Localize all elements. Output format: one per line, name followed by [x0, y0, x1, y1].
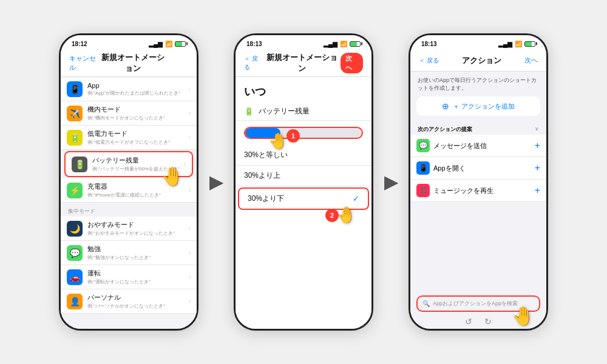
- app-text: App 例:"App"が開かれたまたは閉じられたとき": [87, 82, 189, 96]
- phone3-wifi: 📶: [515, 41, 522, 47]
- suggestion-messages-plus[interactable]: +: [535, 140, 540, 151]
- phone2-slider-track[interactable]: [244, 127, 363, 139]
- add-action-btn[interactable]: ⊕ ＋ アクションを追加: [416, 96, 540, 116]
- app-chevron: ›: [189, 86, 191, 93]
- phone3-bottom-bar: ↺ ↻: [410, 314, 546, 329]
- list-item-personal[interactable]: 👤 パーソナル 例:"パーソナルがオンになったとき" ›: [61, 289, 197, 314]
- suggestion-music[interactable]: 🎵 ミュージックを再生 +: [410, 180, 546, 202]
- sleep-icon: 🌙: [67, 221, 83, 237]
- suggestion-app-label: Appを開く: [433, 164, 466, 173]
- drive-icon: 🚗: [67, 269, 83, 285]
- study-subtitle: 例:"勉強がオンになったとき": [87, 254, 189, 261]
- suggestion-app[interactable]: 📱 Appを開く +: [410, 157, 546, 180]
- study-icon: 💬: [67, 245, 83, 261]
- phone1-battery-icon: [175, 41, 186, 47]
- main-container: 18:12 ▂▄▆ 📶 キャンセル 新規オートメーション 📱 App 例:"Ap…: [0, 0, 607, 364]
- suggestion-app-left: 📱 Appを開く: [416, 161, 466, 175]
- battery-icon: 🔋: [72, 157, 87, 172]
- hand-cursor-option: 🤚: [336, 206, 356, 224]
- phone2-status-bar: 18:13 ▂▄▆ 📶: [236, 35, 371, 50]
- list-item-battery[interactable]: 🔋 バッテリー残量 例:"バッテリー残量が50%を超えたとき" › 🤚: [64, 151, 193, 177]
- personal-icon: 👤: [67, 294, 83, 309]
- personal-text: パーソナル 例:"パーソナルがオンになったとき": [87, 293, 189, 309]
- refresh-icon: ↺: [465, 317, 472, 326]
- suggestion-messages[interactable]: 💬 メッセージを送信 +: [410, 135, 546, 157]
- list-item-app[interactable]: 📱 App 例:"App"が開かれたまたは閉じられたとき" ›: [61, 78, 197, 101]
- app-icon: 📱: [67, 81, 83, 97]
- phone3-status-icons: ▂▄▆ 📶: [498, 41, 535, 47]
- search-bar-container: 🔍 AppおよびアクションをAppを検索 🤚: [410, 292, 546, 314]
- phone1-signal: ▂▄▆: [149, 41, 163, 47]
- option-below-check: ✓: [353, 194, 359, 203]
- list-item-charger[interactable]: ⚡ 充電器 例:"iPhoneが電源に接続したとき" ›: [61, 178, 197, 203]
- add-action-label: ＋ アクションを追加: [453, 102, 515, 111]
- phone1-nav-title: 新規オートメーション: [98, 52, 167, 74]
- phone2-back-btn[interactable]: ＜ 戻る: [244, 55, 263, 72]
- list-item-lowpower[interactable]: 🔋 低電力モード 例:"低電力モードがオフになったとき" ›: [61, 126, 197, 150]
- charger-subtitle: 例:"iPhoneが電源に接続したとき": [87, 192, 189, 198]
- phone1-wifi: 📶: [165, 41, 172, 47]
- battery-chevron: ›: [184, 161, 186, 167]
- phone2-battery-row: 🔋 バッテリー残量: [236, 103, 371, 121]
- option-below-label: 30%より下: [248, 194, 284, 204]
- phone3-signal: ▂▄▆: [498, 41, 512, 47]
- phone2-next-btn[interactable]: 次へ: [341, 53, 363, 73]
- lowpower-subtitle: 例:"低電力モードがオフになったとき": [87, 139, 189, 146]
- phone1-nav: キャンセル 新規オートメーション: [61, 50, 197, 77]
- option-equal[interactable]: 30%と等しい: [236, 145, 371, 166]
- phone2-content: いつ 🔋 バッテリー残量 ← 🤚 1 30%と等しい: [236, 77, 371, 329]
- phone1-cancel-btn[interactable]: キャンセル: [69, 54, 98, 72]
- search-icon: 🔍: [422, 300, 430, 307]
- personal-chevron: ›: [189, 298, 191, 305]
- charger-text: 充電器 例:"iPhoneが電源に接続したとき": [87, 182, 189, 198]
- suggestion-app-plus[interactable]: +: [535, 163, 540, 174]
- lowpower-icon: 🔋: [67, 130, 83, 146]
- phone3-status-bar: 18:13 ▂▄▆ 📶: [410, 35, 546, 50]
- option-below[interactable]: 30%より下 ✓ 🤚 2: [238, 187, 369, 210]
- list-item-study[interactable]: 💬 勉強 例:"勉強がオンになったとき" ›: [61, 241, 197, 265]
- step-circle-1: 1: [287, 129, 300, 143]
- phone2-slider-container[interactable]: ← 🤚 1: [244, 127, 363, 139]
- charger-title: 充電器: [87, 182, 189, 191]
- phone3-nav-title: アクション: [462, 55, 501, 66]
- phone2-wifi: 📶: [340, 41, 347, 47]
- phone3: 18:13 ▂▄▆ 📶 ＜ 戻る アクション 次へ お使いのAppで毎日行うアク…: [409, 33, 548, 331]
- airmode-title: 機内モード: [87, 105, 189, 114]
- sleep-text: おやすみモード 例:"おやすみモードがオンになったとき": [87, 220, 189, 237]
- phone2-signal: ▂▄▆: [324, 41, 337, 47]
- suggestion-music-label: ミュージックを再生: [433, 186, 493, 195]
- phone2-status-icons: ▂▄▆ 📶: [324, 41, 361, 47]
- suggestion-messages-left: 💬 メッセージを送信: [416, 139, 487, 152]
- app-title: App: [87, 82, 189, 89]
- search-placeholder: AppおよびアクションをAppを検索: [433, 300, 518, 308]
- battery-title: バッテリー残量: [92, 156, 184, 165]
- phone1-content: 📱 App 例:"App"が開かれたまたは閉じられたとき" › ✈️ 機内モード…: [61, 77, 197, 329]
- lowpower-title: 低電力モード: [87, 129, 189, 138]
- app-subtitle: 例:"App"が開かれたまたは閉じられたとき": [87, 90, 189, 96]
- lowpower-text: 低電力モード 例:"低電力モードがオフになったとき": [87, 129, 189, 146]
- phone3-battery-icon: [524, 41, 535, 47]
- study-text: 勉強 例:"勉強がオンになったとき": [87, 244, 189, 261]
- phone3-back-btn[interactable]: ＜ 戻る: [419, 56, 439, 65]
- slider-arrow-left: ←: [242, 127, 251, 138]
- suggestion-music-plus[interactable]: +: [535, 185, 540, 196]
- airmode-text: 機内モード 例:"機内モードがオンになったとき": [87, 105, 189, 121]
- personal-title: パーソナル: [87, 293, 189, 302]
- search-bar[interactable]: 🔍 AppおよびアクションをAppを検索: [416, 295, 540, 312]
- suggestion-music-left: 🎵 ミュージックを再生: [416, 184, 493, 197]
- add-action-plus-icon: ⊕: [442, 101, 449, 111]
- list-item-drive[interactable]: 🚗 運転 例:"運転がオンになったとき" ›: [61, 265, 197, 289]
- battery-subtitle: 例:"バッテリー残量が50%を超えたとき": [92, 166, 184, 172]
- battery-text: バッテリー残量 例:"バッテリー残量が50%を超えたとき": [92, 156, 184, 172]
- arrow-1: ▶: [209, 172, 223, 192]
- phone3-next-btn[interactable]: 次へ: [524, 56, 538, 65]
- option-above[interactable]: 30%より上: [236, 166, 371, 186]
- phone2-section-title: いつ: [236, 77, 371, 103]
- airmode-subtitle: 例:"機内モードがオンになったとき": [87, 115, 189, 121]
- list-item-sleep[interactable]: 🌙 おやすみモード 例:"おやすみモードがオンになったとき" ›: [61, 217, 197, 241]
- study-title: 勉強: [87, 244, 189, 254]
- sleep-subtitle: 例:"おやすみモードがオンになったとき": [87, 230, 189, 237]
- phone2-battery-label: バッテリー残量: [259, 106, 310, 116]
- suggestion-messages-label: メッセージを送信: [433, 141, 487, 150]
- list-item-airmode[interactable]: ✈️ 機内モード 例:"機内モードがオンになったとき" ›: [61, 101, 197, 126]
